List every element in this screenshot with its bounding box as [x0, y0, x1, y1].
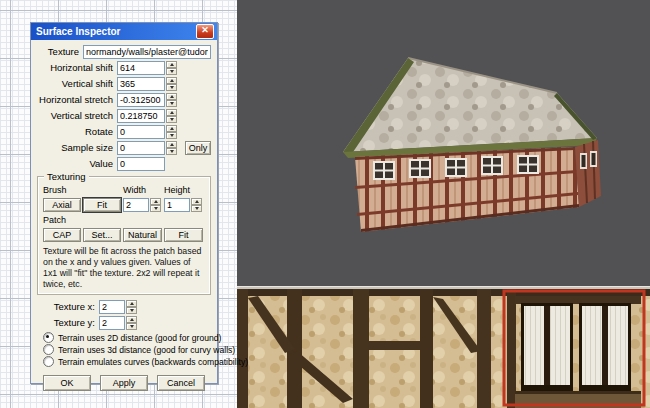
spin-up-icon[interactable] [166, 77, 177, 84]
patch-label: Patch [43, 215, 81, 225]
texture-y-input[interactable] [99, 316, 125, 330]
terrain-3d-label: Terrain uses 3d distance (good for curvy… [58, 345, 235, 355]
radio-selected-icon[interactable] [43, 332, 54, 343]
set-button[interactable]: Set... [83, 228, 121, 242]
spin-down-icon[interactable] [166, 84, 177, 91]
axial-button[interactable]: Axial [43, 198, 81, 212]
spin-up-icon[interactable] [166, 141, 177, 148]
house-window [517, 155, 539, 174]
height-spinner[interactable] [191, 198, 202, 212]
spin-up-icon[interactable] [126, 300, 137, 307]
width-spinner[interactable] [150, 198, 161, 212]
spin-up-icon[interactable] [150, 198, 161, 205]
texture-preview-panel[interactable] [237, 289, 650, 408]
width-input[interactable] [123, 198, 149, 212]
spin-down-icon[interactable] [126, 307, 137, 314]
spin-down-icon[interactable] [166, 148, 177, 155]
spin-up-icon[interactable] [166, 93, 177, 100]
dialog-title: Surface Inspector [36, 26, 196, 37]
surface-inspector-dialog: Surface Inspector ✕ Texture Horizontal s… [30, 22, 218, 384]
spin-down-icon[interactable] [166, 132, 177, 139]
house-end-wall [575, 140, 601, 207]
texture-x-label: Texture x: [37, 301, 99, 312]
h-shift-spinner[interactable] [166, 61, 177, 75]
v-stretch-input[interactable] [117, 109, 165, 123]
h-stretch-spinner[interactable] [166, 93, 177, 107]
terrain-3d-option[interactable]: Terrain uses 3d distance (good for curvy… [43, 344, 211, 355]
cap-button[interactable]: CAP [43, 228, 81, 242]
v-shift-input[interactable] [117, 77, 165, 91]
house-window [445, 158, 467, 177]
spin-down-icon[interactable] [166, 100, 177, 107]
value-label: Value [37, 158, 117, 169]
patch-info-text: Texture will be fit across the patch bas… [43, 246, 205, 290]
height-input[interactable] [164, 198, 190, 212]
v-shift-label: Vertical shift [37, 78, 117, 89]
spin-down-icon[interactable] [150, 205, 161, 212]
v-shift-spinner[interactable] [166, 77, 177, 91]
h-stretch-label: Horizontal stretch [37, 94, 117, 105]
patch-fit-button[interactable]: Fit [164, 228, 203, 242]
apply-button[interactable]: Apply [100, 375, 148, 391]
width-label: Width [123, 185, 162, 195]
radio-icon[interactable] [43, 356, 54, 367]
texture-x-input[interactable] [99, 300, 125, 314]
sample-size-label: Sample size [37, 142, 117, 153]
house-window [409, 159, 431, 178]
value-input[interactable] [117, 157, 165, 171]
close-icon[interactable]: ✕ [196, 24, 214, 39]
rotate-label: Rotate [37, 126, 117, 137]
house-model [237, 0, 650, 286]
terrain-curves-option[interactable]: Terrain emulates curves (backwards compa… [43, 356, 211, 367]
terrain-curves-label: Terrain emulates curves (backwards compa… [58, 357, 248, 367]
only-button[interactable]: Only [185, 141, 211, 155]
texturing-group-label: Texturing [44, 171, 89, 182]
brush-label: Brush [43, 185, 81, 195]
spin-up-icon[interactable] [191, 198, 202, 205]
spin-down-icon[interactable] [166, 116, 177, 123]
texture-path-input[interactable] [83, 45, 211, 59]
spin-up-icon[interactable] [126, 316, 137, 323]
editor-window: Surface Inspector ✕ Texture Horizontal s… [0, 0, 650, 408]
texturing-group: Texturing Brush Width Height Axial Fit P… [37, 176, 211, 295]
spin-up-icon[interactable] [166, 125, 177, 132]
dialog-titlebar[interactable]: Surface Inspector ✕ [31, 23, 217, 40]
sample-size-spinner[interactable] [166, 141, 177, 155]
terrain-2d-label: Terrain uses 2D distance (good for groun… [58, 333, 221, 343]
perspective-3d-viewport[interactable] [237, 0, 650, 286]
timber-beam [237, 289, 248, 408]
texture-label: Texture [37, 46, 83, 57]
right-pane [237, 0, 650, 408]
rotate-spinner[interactable] [166, 125, 177, 139]
texture-y-spinner[interactable] [126, 316, 137, 330]
timber-beam [353, 289, 369, 408]
rotate-input[interactable] [117, 125, 165, 139]
spin-down-icon[interactable] [166, 68, 177, 75]
texture-x-spinner[interactable] [126, 300, 137, 314]
h-shift-input[interactable] [117, 61, 165, 75]
spin-up-icon[interactable] [166, 61, 177, 68]
brush-fit-button[interactable]: Fit [83, 198, 121, 212]
timber-beam [420, 289, 433, 408]
radio-icon[interactable] [43, 344, 54, 355]
timber-beam [368, 341, 420, 350]
natural-button[interactable]: Natural [123, 228, 162, 242]
spin-up-icon[interactable] [166, 109, 177, 116]
texture-preview [237, 289, 650, 408]
terrain-2d-option[interactable]: Terrain uses 2D distance (good for groun… [43, 332, 211, 343]
spin-down-icon[interactable] [126, 323, 137, 330]
h-shift-label: Horizontal shift [37, 62, 117, 73]
house-window [373, 161, 395, 180]
texture-y-label: Texture y: [37, 317, 99, 328]
sample-size-input[interactable] [117, 141, 165, 155]
height-label: Height [164, 185, 203, 195]
ok-button[interactable]: OK [43, 375, 91, 391]
spin-down-icon[interactable] [191, 205, 202, 212]
house-window [481, 156, 503, 175]
cancel-button[interactable]: Cancel [157, 375, 205, 391]
v-stretch-spinner[interactable] [166, 109, 177, 123]
timber-beam [507, 289, 516, 408]
v-stretch-label: Vertical stretch [37, 110, 117, 121]
h-stretch-input[interactable] [117, 93, 165, 107]
